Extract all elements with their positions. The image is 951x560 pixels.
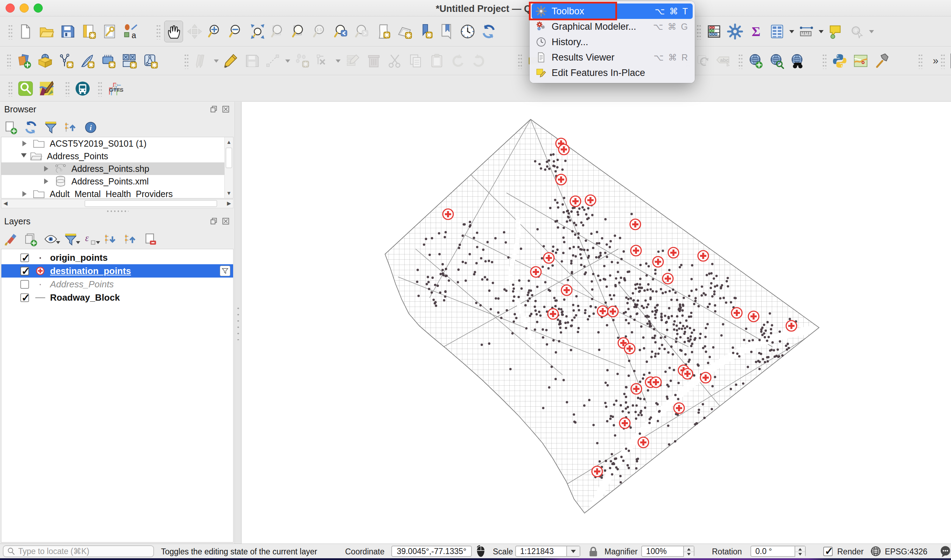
refresh-browser-button[interactable] <box>23 118 39 135</box>
toolbar-drag-handle[interactable] <box>738 53 742 69</box>
web-add-layer-button[interactable] <box>746 50 765 72</box>
expander-right-icon[interactable] <box>44 178 51 184</box>
scale-dropdown-arrow[interactable] <box>566 546 580 556</box>
layer-row-Address_Points[interactable]: Address_Points <box>2 278 233 291</box>
zoom-to-selection-button[interactable] <box>269 21 288 42</box>
collapse-all-button[interactable] <box>63 118 79 135</box>
browser-tree-item[interactable]: Address_Points <box>2 150 225 162</box>
destination-marker[interactable] <box>748 311 759 322</box>
scroll-up-arrow[interactable]: ▲ <box>225 138 233 146</box>
magnifier-spinbox[interactable]: 100% <box>641 546 694 557</box>
copy-features-button[interactable] <box>406 50 425 72</box>
rotation-spinbox[interactable]: 0.0 ° <box>751 546 806 557</box>
layer-filter-indicator[interactable] <box>220 266 230 276</box>
destination-marker[interactable] <box>674 403 684 413</box>
magnifier-down[interactable] <box>684 552 694 557</box>
scroll-left-arrow[interactable]: ◀ <box>3 200 8 206</box>
menu-item-toolbox[interactable]: Toolbox⌥ ⌘ T <box>532 3 693 19</box>
dropdown-arrow[interactable] <box>96 241 100 246</box>
toolbar-drag-handle[interactable] <box>97 80 102 97</box>
zoom-in-button[interactable] <box>206 21 225 42</box>
help-button-button[interactable]: ? <box>949 50 951 72</box>
plugin-tool-button[interactable] <box>872 50 891 72</box>
zoom-last-button[interactable] <box>332 21 351 42</box>
zoom-native-resolution-button[interactable]: 1:1 <box>311 21 330 42</box>
destination-marker[interactable] <box>668 248 679 258</box>
layers-close-button[interactable] <box>221 217 230 226</box>
open-project-button[interactable] <box>37 21 56 42</box>
browser-tree-item[interactable]: Address_Points.xml <box>2 175 225 188</box>
collapse-all-layers-button[interactable] <box>123 231 138 247</box>
render-checkbox[interactable] <box>823 547 833 556</box>
toggle-editing-button[interactable] <box>222 50 240 72</box>
rotation-down[interactable] <box>795 552 805 557</box>
new-project-button[interactable] <box>16 21 35 42</box>
filter-by-expression-button[interactable]: ε <box>83 231 99 247</box>
modify-attributes-button[interactable] <box>343 50 362 72</box>
cut-features-button[interactable] <box>385 50 404 72</box>
open-layer-styling-button[interactable] <box>3 231 19 247</box>
toolbar-drag-handle[interactable] <box>156 23 160 40</box>
digitize-with-segment-button[interactable] <box>263 50 282 72</box>
zoom-to-layer-button[interactable] <box>290 21 309 42</box>
rotation-up[interactable] <box>795 546 805 552</box>
add-point-feature-button[interactable] <box>293 50 312 72</box>
destination-marker[interactable] <box>556 174 566 185</box>
destination-marker[interactable] <box>698 251 708 261</box>
expander-right-icon[interactable] <box>22 191 29 197</box>
run-feature-action-button[interactable] <box>847 21 866 42</box>
destination-marker[interactable] <box>443 209 453 220</box>
filter-legend-button[interactable] <box>63 231 79 247</box>
layer-visibility-checkbox[interactable] <box>20 254 29 262</box>
pan-map-button[interactable] <box>164 21 183 42</box>
redo-button[interactable] <box>469 50 488 72</box>
dropdown-arrow[interactable] <box>56 241 60 246</box>
close-window-button[interactable] <box>6 3 15 12</box>
destination-marker[interactable] <box>592 466 602 477</box>
delete-selected-button[interactable] <box>365 50 383 72</box>
toolbar-drag-handle[interactable] <box>8 80 12 97</box>
open-data-source-manager-button[interactable] <box>15 50 34 72</box>
menu-item-edit-features-in-place[interactable]: Edit Features In-Place <box>532 65 693 80</box>
browser-layers-splitter[interactable] <box>0 208 234 214</box>
scroll-right-arrow[interactable]: ▶ <box>227 200 231 206</box>
browser-close-button[interactable] <box>221 105 230 114</box>
new-spatial-bookmark-button[interactable] <box>416 21 435 42</box>
destination-marker[interactable] <box>731 308 742 318</box>
quickmapservices-search-button[interactable] <box>16 78 35 99</box>
menu-item-graphical-modeler[interactable]: Graphical Modeler...⌥ ⌘ G <box>532 19 693 34</box>
change-label-button[interactable]: c <box>694 50 712 72</box>
scroll-thumb-horizontal[interactable] <box>85 200 217 207</box>
pan-to-selection-button[interactable] <box>185 21 204 42</box>
toolbar-drag-handle[interactable] <box>918 53 922 69</box>
locate-input[interactable] <box>18 547 150 556</box>
maximize-window-button[interactable] <box>34 3 43 12</box>
new-spatialite-layer-button[interactable] <box>99 50 118 72</box>
toolbar-drag-handle[interactable] <box>822 53 826 69</box>
destination-marker[interactable] <box>631 245 641 256</box>
browser-tree-item[interactable]: ACST5Y2019_S0101 (1) <box>2 137 225 150</box>
map-canvas[interactable] <box>242 102 951 543</box>
layer-visibility-checkbox[interactable] <box>20 280 29 289</box>
osm-edit-button[interactable] <box>37 78 56 99</box>
new-map-view-button[interactable] <box>374 21 393 42</box>
enable-properties-widget-button[interactable]: i <box>83 118 99 135</box>
current-edits-button[interactable] <box>192 50 211 72</box>
crs-globe-icon[interactable] <box>869 545 883 558</box>
scroll-thumb[interactable] <box>226 148 232 168</box>
menu-item-history[interactable]: History... <box>532 34 693 50</box>
destination-marker[interactable] <box>651 377 661 388</box>
dropdown-arrow[interactable] <box>789 21 795 42</box>
destination-marker[interactable] <box>625 343 635 354</box>
zoom-full-extent-button[interactable] <box>248 21 267 42</box>
destination-marker[interactable] <box>653 257 663 267</box>
dropdown-arrow[interactable] <box>213 50 220 72</box>
layer-row-destination_points[interactable]: destination_points <box>2 264 233 278</box>
destination-marker[interactable] <box>562 285 572 295</box>
dropdown-arrow[interactable] <box>868 21 875 42</box>
expander-right-icon[interactable] <box>22 141 29 146</box>
expand-all-button[interactable] <box>103 231 118 247</box>
refresh-map-button[interactable] <box>479 21 498 42</box>
toolbar-drag-handle[interactable] <box>696 23 701 40</box>
panel-map-splitter[interactable] <box>234 102 242 543</box>
